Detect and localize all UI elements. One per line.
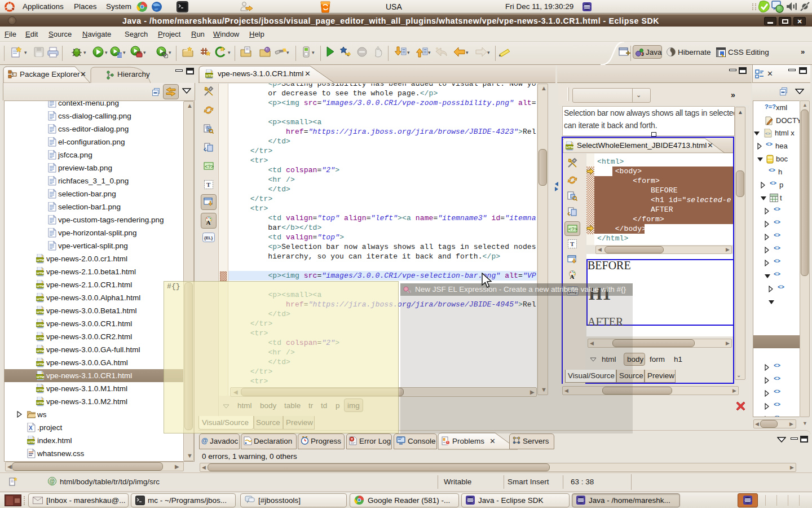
svg-text:A: A — [206, 219, 211, 226]
svg-text:<?>: <?> — [205, 164, 214, 170]
svg-text:J: J — [641, 51, 644, 57]
svg-text:T: T — [570, 240, 575, 247]
svg-text:<>: <> — [407, 290, 411, 294]
svg-text:A: A — [570, 273, 575, 280]
svg-text:{EL}: {EL} — [204, 235, 213, 240]
svg-text:<?>: <?> — [568, 227, 577, 233]
svg-text:T: T — [206, 181, 211, 188]
svg-text:<>: <> — [765, 131, 771, 136]
